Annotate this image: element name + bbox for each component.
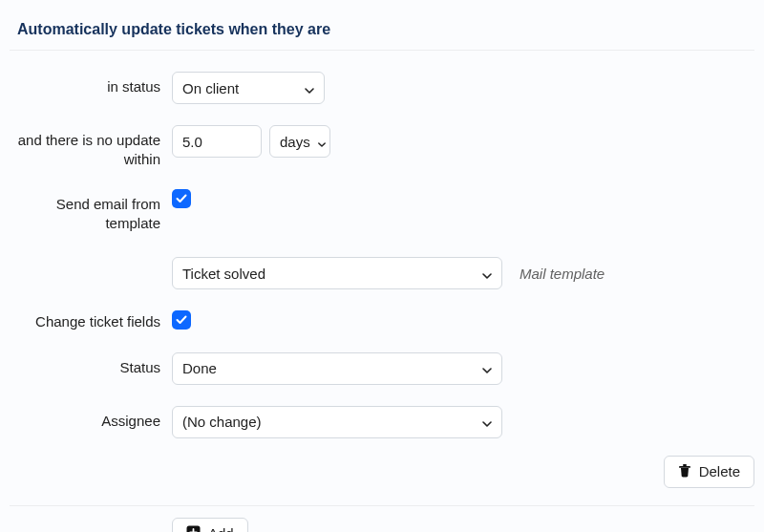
- row-in-status: in status On client: [10, 72, 754, 104]
- label-send-email: Send email from template: [10, 189, 172, 232]
- add-row: Add: [10, 518, 754, 533]
- section-header: Automatically update tickets when they a…: [10, 11, 754, 51]
- duration-value: 5.0: [182, 134, 202, 150]
- status-filter-select[interactable]: On client: [172, 72, 325, 104]
- assignee-set-select[interactable]: (No change): [172, 406, 502, 438]
- svg-rect-0: [679, 466, 690, 468]
- send-email-checkbox[interactable]: [172, 189, 191, 208]
- plus-square-icon: [186, 525, 201, 533]
- mail-template-select[interactable]: Ticket solved: [172, 257, 502, 289]
- label-in-status: in status: [10, 72, 172, 96]
- row-status-set: Status Done: [10, 352, 754, 385]
- status-filter-value: On client: [182, 80, 239, 96]
- trash-icon: [678, 463, 691, 480]
- row-no-update: and there is no update within 5.0 days: [10, 125, 754, 168]
- delete-button-label: Delete: [699, 463, 740, 479]
- svg-rect-1: [683, 464, 687, 466]
- assignee-set-value: (No change): [182, 414, 262, 430]
- change-fields-checkbox[interactable]: [172, 310, 191, 330]
- status-set-select[interactable]: Done: [172, 352, 502, 385]
- delete-row: Delete: [10, 456, 754, 505]
- label-status: Status: [10, 352, 172, 377]
- duration-unit-select[interactable]: days: [269, 125, 330, 158]
- mail-template-value: Ticket solved: [182, 266, 265, 282]
- status-set-value: Done: [182, 360, 217, 376]
- caret-down-icon: [482, 360, 492, 376]
- duration-unit-value: days: [280, 134, 310, 150]
- section-divider: [10, 505, 754, 506]
- caret-down-icon: [482, 266, 492, 282]
- section-title: Automatically update tickets when they a…: [17, 21, 330, 37]
- caret-down-icon: [482, 414, 492, 430]
- mail-template-hint: Mail template: [520, 266, 605, 282]
- duration-value-input[interactable]: 5.0: [172, 125, 262, 158]
- row-mail-template: Ticket solved Mail template: [10, 257, 754, 289]
- delete-button[interactable]: Delete: [664, 456, 754, 488]
- label-assignee: Assignee: [10, 406, 172, 431]
- caret-down-icon: [305, 80, 314, 96]
- label-change-fields: Change ticket fields: [10, 310, 172, 331]
- add-button-label: Add: [208, 525, 234, 532]
- row-send-email-check: Send email from template: [10, 189, 754, 232]
- label-no-update: and there is no update within: [10, 125, 172, 168]
- caret-down-icon: [318, 134, 326, 150]
- add-button[interactable]: Add: [172, 518, 248, 533]
- row-assignee-set: Assignee (No change): [10, 406, 754, 438]
- row-change-fields-check: Change ticket fields: [10, 310, 754, 331]
